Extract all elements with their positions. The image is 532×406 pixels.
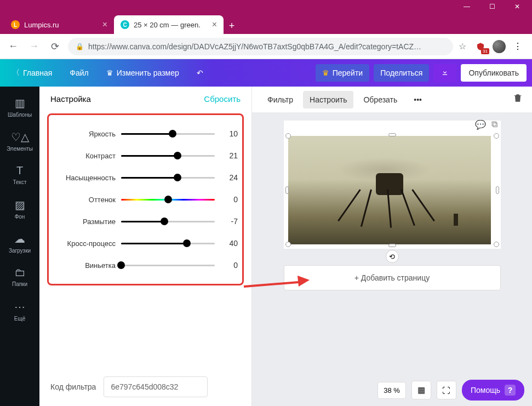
text-icon: T xyxy=(16,164,23,177)
upgrade-button[interactable]: ♛ Перейти xyxy=(316,64,369,82)
canvas-area: Фильтр Настроить Обрезать ••• 💬 ⧉ xyxy=(252,87,532,406)
new-tab-button[interactable]: + xyxy=(224,18,240,34)
browser-menu-button[interactable]: ⋮ xyxy=(512,41,523,52)
slider-4[interactable] xyxy=(121,216,215,227)
tab-crop[interactable]: Обрезать xyxy=(357,91,404,108)
resize-handle[interactable] xyxy=(285,186,289,194)
tab-adjust[interactable]: Настроить xyxy=(303,91,353,108)
close-icon[interactable]: × xyxy=(102,20,107,30)
rail-label: Загрузки xyxy=(9,248,31,254)
resize-handle[interactable] xyxy=(285,133,291,139)
slider-3[interactable] xyxy=(121,194,215,205)
help-button[interactable]: Помощь ? xyxy=(462,380,524,401)
grid-view-button[interactable]: ▦ xyxy=(411,381,431,399)
rail-templates[interactable]: ▥ Шаблоны xyxy=(0,90,39,124)
window-minimize-button[interactable]: — xyxy=(454,0,479,13)
file-menu[interactable]: Файл xyxy=(63,64,95,82)
rail-more[interactable]: ⋯ Ещё xyxy=(0,294,39,328)
slider-6[interactable] xyxy=(121,260,215,271)
resize-button[interactable]: ♛ Изменить размер xyxy=(100,64,186,82)
rotate-handle[interactable]: ⟲ xyxy=(386,250,399,263)
resize-label: Изменить размер xyxy=(117,68,179,77)
star-icon[interactable]: ☆ xyxy=(459,41,466,52)
undo-button[interactable]: ↶ xyxy=(190,64,210,82)
delete-button[interactable] xyxy=(512,93,523,106)
rail-elements[interactable]: ♡△ Элементы xyxy=(0,124,39,158)
home-label: Главная xyxy=(23,68,52,77)
selected-image[interactable]: ⟲ xyxy=(288,136,496,244)
slider-label: Виньетка xyxy=(51,261,116,270)
slider-5[interactable] xyxy=(121,238,215,249)
slider-row: Яркость10 xyxy=(51,123,238,145)
crown-icon: ♛ xyxy=(106,68,113,77)
slider-label: Размытие xyxy=(51,218,116,226)
favicon-icon: L xyxy=(11,20,20,29)
rail-background[interactable]: ▨ Фон xyxy=(0,192,39,226)
rail-folders[interactable]: 🗀 Папки xyxy=(0,260,39,294)
rail-uploads[interactable]: ☁ Загрузки xyxy=(0,226,39,260)
more-options-button[interactable]: ••• xyxy=(407,91,428,108)
resize-handle[interactable] xyxy=(494,242,499,247)
browser-tab-canva[interactable]: C 25 × 20 cm — green. × xyxy=(114,15,224,34)
share-button[interactable]: Поделиться xyxy=(374,64,429,82)
design-page[interactable]: 💬 ⧉ xyxy=(284,121,501,249)
slider-row: Виньетка0 xyxy=(51,254,238,276)
address-bar: ← → ⟳ 🔒 https://www.canva.com/design/DAD… xyxy=(0,34,532,59)
resize-handle[interactable] xyxy=(388,244,396,247)
filter-code-label: Код фильтра xyxy=(50,382,96,391)
slider-row: Контраст21 xyxy=(51,145,238,167)
adjust-panel: Настройка Сбросить Яркость10Контраст21На… xyxy=(39,87,252,406)
slider-1[interactable] xyxy=(121,150,215,161)
duplicate-icon[interactable]: ⧉ xyxy=(491,119,497,130)
window-close-button[interactable]: ✕ xyxy=(505,0,530,13)
profile-avatar[interactable] xyxy=(493,40,506,53)
slider-row: Оттенок0 xyxy=(51,188,238,210)
slider-0[interactable] xyxy=(121,128,215,139)
url-input[interactable]: 🔒 https://www.canva.com/design/DADVcAZ5j… xyxy=(68,38,453,55)
upgrade-label: Перейти xyxy=(333,68,363,77)
close-icon[interactable]: × xyxy=(212,20,217,30)
filter-code-input[interactable] xyxy=(104,376,208,397)
slider-value: 0 xyxy=(220,195,238,204)
tab-filter[interactable]: Фильтр xyxy=(261,91,300,108)
more-icon: ⋯ xyxy=(14,300,25,313)
background-icon: ▨ xyxy=(15,198,25,211)
lock-icon: 🔒 xyxy=(76,43,84,50)
bottom-bar: 38 % ▦ ⛶ Помощь ? xyxy=(377,380,524,401)
sidebar-rail: ▥ Шаблоны ♡△ Элементы T Текст ▨ Фон ☁ За… xyxy=(0,87,39,406)
canvas-viewport[interactable]: 💬 ⧉ xyxy=(252,113,532,406)
reload-button[interactable]: ⟳ xyxy=(47,39,62,54)
file-label: Файл xyxy=(70,68,88,77)
resize-handle[interactable] xyxy=(285,242,291,247)
download-icon xyxy=(441,68,449,78)
canvas-toolbar: Фильтр Настроить Обрезать ••• xyxy=(252,87,532,113)
rail-text[interactable]: T Текст xyxy=(0,158,39,192)
resize-handle[interactable] xyxy=(388,133,396,136)
window-titlebar: — ☐ ✕ xyxy=(0,0,532,13)
zoom-level[interactable]: 38 % xyxy=(377,382,406,399)
resize-handle[interactable] xyxy=(496,186,499,194)
templates-icon: ▥ xyxy=(15,96,25,110)
browser-tab-lumpics[interactable]: L Lumpics.ru × xyxy=(4,15,114,34)
home-button[interactable]: 〈 Главная xyxy=(5,64,59,82)
undo-icon: ↶ xyxy=(197,68,203,77)
slider-label: Насыщенность xyxy=(51,174,116,182)
slider-row: Кросс-процесс40 xyxy=(51,232,238,254)
resize-handle[interactable] xyxy=(494,133,499,139)
slider-2[interactable] xyxy=(121,172,215,183)
add-page-button[interactable]: + Добавить страницу xyxy=(284,265,501,290)
fullscreen-button[interactable]: ⛶ xyxy=(437,381,456,399)
back-button[interactable]: ← xyxy=(5,39,21,54)
app-header: 〈 Главная Файл ♛ Изменить размер ↶ ♛ Пер… xyxy=(0,59,532,87)
slider-row: Размытие-7 xyxy=(51,210,238,232)
reset-button[interactable]: Сбросить xyxy=(204,94,241,104)
extension-adblock-icon[interactable]: 31 xyxy=(475,41,486,52)
help-label: Помощь xyxy=(471,386,500,394)
forward-button[interactable]: → xyxy=(26,39,42,54)
window-maximize-button[interactable]: ☐ xyxy=(479,0,505,13)
comment-icon[interactable]: 💬 xyxy=(475,119,486,130)
publish-button[interactable]: Опубликовать xyxy=(461,64,527,82)
rail-label: Элементы xyxy=(7,146,33,152)
slider-value: 10 xyxy=(220,129,238,138)
download-button[interactable] xyxy=(433,64,456,82)
